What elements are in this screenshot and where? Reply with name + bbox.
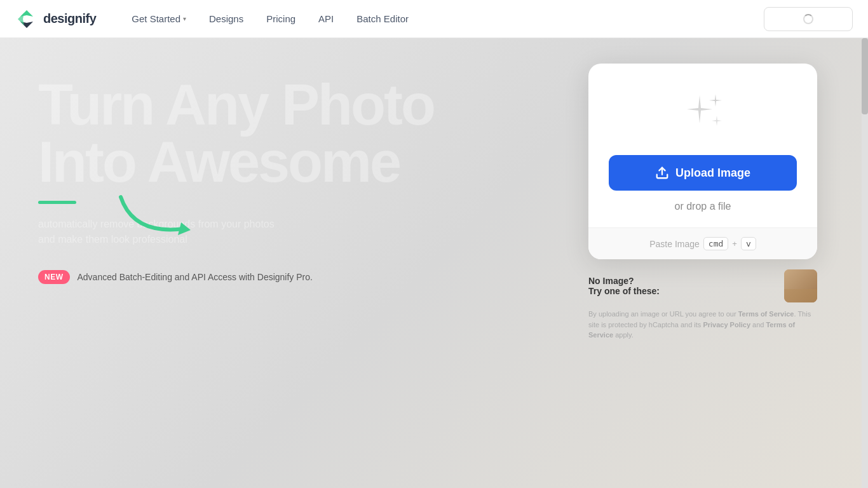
logo-icon bbox=[15, 8, 38, 30]
loading-spinner bbox=[803, 14, 813, 24]
nav-batch-editor[interactable]: Batch Editor bbox=[346, 8, 419, 29]
sample-thumb-image bbox=[784, 269, 817, 302]
scrollbar[interactable] bbox=[862, 38, 868, 488]
main-content: Turn Any Photo Into Awesome automaticall… bbox=[0, 38, 868, 488]
svg-marker-2 bbox=[18, 13, 24, 25]
no-image-text: No Image? Try one of these: bbox=[588, 276, 776, 296]
drop-label: or drop a file bbox=[675, 201, 731, 212]
logo-link[interactable]: designify bbox=[15, 8, 96, 30]
new-banner-text: Advanced Batch-Editing and API Access wi… bbox=[78, 272, 313, 282]
paste-label: Paste Image bbox=[649, 239, 700, 249]
nav-right bbox=[764, 7, 853, 31]
hero-title-line2: Into Awesome bbox=[38, 133, 538, 191]
nav-links: Get Started ▾ Designs Pricing API Batch … bbox=[121, 8, 764, 29]
upload-card: Upload Image or drop a file Paste Image … bbox=[588, 64, 817, 259]
paste-plus: + bbox=[732, 239, 737, 248]
upload-icon bbox=[655, 166, 669, 180]
paste-key-cmd: cmd bbox=[703, 237, 728, 250]
hero-title-line1: Turn Any Photo bbox=[38, 76, 538, 133]
nav-get-started[interactable]: Get Started ▾ bbox=[121, 8, 196, 29]
no-image-row: No Image? Try one of these: bbox=[588, 269, 817, 302]
upload-image-button[interactable]: Upload Image bbox=[609, 155, 797, 191]
green-arrow-icon bbox=[114, 184, 203, 250]
no-image-sub: Try one of these: bbox=[588, 286, 776, 296]
nav-api[interactable]: API bbox=[308, 8, 344, 29]
no-image-title: No Image? bbox=[588, 276, 776, 286]
nav-pricing[interactable]: Pricing bbox=[256, 8, 306, 29]
chevron-down-icon: ▾ bbox=[183, 15, 186, 22]
scrollbar-thumb[interactable] bbox=[862, 38, 868, 114]
sparkle-icon bbox=[677, 89, 728, 140]
sample-image-thumbnail[interactable] bbox=[784, 269, 817, 302]
green-accent-bar bbox=[38, 201, 76, 204]
hero-right: Upload Image or drop a file Paste Image … bbox=[563, 38, 868, 488]
svg-marker-3 bbox=[178, 222, 191, 235]
paste-key-v: v bbox=[741, 237, 756, 250]
terms-of-service-link[interactable]: Terms of Service bbox=[738, 310, 794, 318]
new-banner-row: NEW Advanced Batch-Editing and API Acces… bbox=[38, 270, 538, 284]
terms-text: By uploading an image or URL you agree t… bbox=[588, 309, 817, 341]
hero-left: Turn Any Photo Into Awesome automaticall… bbox=[0, 38, 563, 488]
logo-text: designify bbox=[43, 11, 96, 26]
nav-designs[interactable]: Designs bbox=[199, 8, 254, 29]
new-badge: NEW bbox=[38, 270, 70, 284]
signin-button[interactable] bbox=[764, 7, 853, 31]
paste-bar: Paste Image cmd + v bbox=[588, 227, 817, 259]
privacy-policy-link[interactable]: Privacy Policy bbox=[703, 321, 750, 329]
navbar: designify Get Started ▾ Designs Pricing … bbox=[0, 0, 868, 38]
terms-of-service-link-2[interactable]: Terms of Service bbox=[588, 321, 795, 339]
